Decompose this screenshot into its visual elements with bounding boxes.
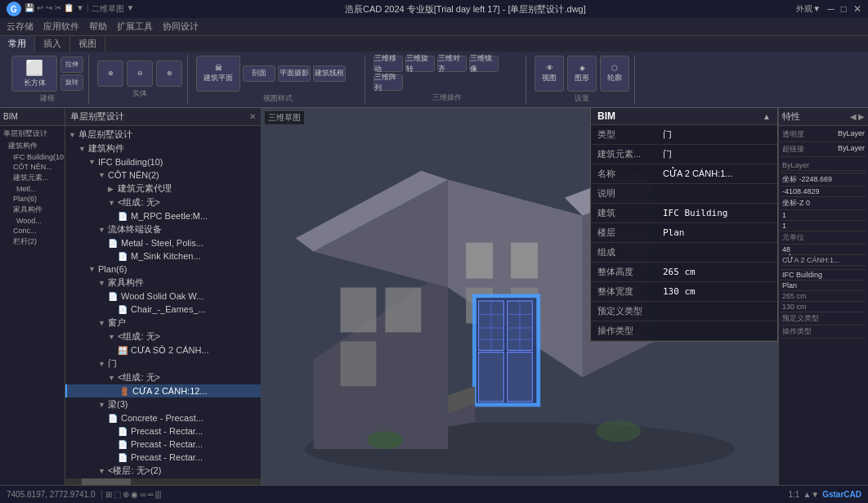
close-btn[interactable]: ✕ (853, 3, 861, 15)
expand-icon[interactable]: ▼ (69, 131, 78, 139)
list-item[interactable]: 家具构件 (2, 204, 63, 216)
tree-item-fluid[interactable]: ▼ 流体终端设备 (65, 222, 261, 236)
tab-view[interactable]: 视图 (70, 36, 105, 52)
properties-btn2[interactable]: ▶ (858, 112, 865, 121)
panel-close-btn[interactable]: ✕ (249, 112, 256, 121)
expand-icon[interactable]: ▼ (108, 374, 118, 382)
outer-view-btn[interactable]: 外观▼ (796, 3, 821, 15)
list-item[interactable]: 栏杆(2) (2, 236, 63, 248)
tab-insert[interactable]: 插入 (35, 36, 70, 52)
expand-icon[interactable]: ▼ (98, 319, 108, 327)
app-logo: G (7, 2, 21, 16)
tree-item-compose-none3[interactable]: ▼ <组成: 无> (65, 371, 261, 384)
expand-icon[interactable]: ▼ (88, 265, 98, 273)
list-item[interactable]: Wood... (2, 216, 63, 226)
tree-item-beam3[interactable]: ▼ 梁(3) (65, 397, 261, 411)
ribbon-btn-view[interactable]: 👁视图 (535, 56, 564, 92)
tree-item-cua-2-canh[interactable]: 🚪 CỬA 2 CÁNH:12... (65, 384, 261, 397)
tree-item-precast1[interactable]: 📄 Precast - Rectar... (65, 424, 261, 438)
tree-item-compose-none2[interactable]: ▼ <组成: 无> (65, 330, 261, 344)
tree-item-chair-eames1[interactable]: 📄 Chair_-_Eames_... (65, 303, 261, 316)
expand-icon[interactable]: ▼ (98, 279, 108, 287)
tree-item-precast[interactable]: 📄 Concrete - Precast... (65, 411, 261, 424)
list-item[interactable]: IFC Building(10 (2, 152, 63, 162)
ribbon-btn-revolve[interactable]: 旋转 (60, 74, 83, 91)
tree-item-compose-none1[interactable]: ▼ <组成: 无> (65, 195, 261, 209)
ribbon-btn-plan-photo[interactable]: 平面摄影 (278, 65, 311, 82)
tree-item-floor-none[interactable]: ▼ <楼层: 无>(2) (65, 464, 261, 478)
ribbon-btn-diff[interactable]: ⊖ (127, 61, 153, 87)
tree-item-precast3[interactable]: 📄 Precast - Rectar... (65, 451, 261, 464)
expand-icon[interactable]: ▼ (98, 171, 108, 179)
expand-icon[interactable]: ▼ (98, 360, 108, 368)
tree-item-plan6[interactable]: ▼ Plan(6) (65, 263, 261, 276)
tree-item-door[interactable]: ▼ 门 (65, 357, 261, 371)
list-item[interactable]: CÔT NÊN... (2, 162, 63, 172)
status-icon-model[interactable]: ||| (155, 490, 162, 499)
status-icon-polar[interactable]: ⊕ (123, 490, 129, 499)
cloud-storage-btn[interactable]: 云存储 (7, 20, 34, 33)
expand-icon[interactable]: ▼ (108, 199, 118, 207)
tree-item-building-parts[interactable]: ▼ 建筑构件 (65, 141, 261, 155)
expand-icon[interactable]: ▼ (98, 226, 108, 234)
tree-item-metal-steel[interactable]: 📄 Metal - Steel, Polis... (65, 236, 261, 249)
ribbon-btn-intersect[interactable]: ⊗ (156, 61, 182, 87)
maximize-btn[interactable]: □ (841, 3, 847, 15)
expand-icon[interactable]: ▼ (98, 401, 108, 409)
expand-icon[interactable]: ▶ (108, 185, 118, 193)
bim-value-arch-elem: 门 (656, 145, 777, 164)
tree-item-window[interactable]: ▼ 窗户 (65, 316, 261, 330)
ext-tools-btn[interactable]: 扩展工具 (117, 20, 153, 33)
ribbon-btn-3d-move[interactable]: 三维移动 (374, 56, 403, 72)
list-item[interactable]: 建筑元素... (2, 172, 63, 184)
minimize-btn[interactable]: ─ (827, 3, 834, 15)
status-icon-lwt[interactable]: ═ (148, 490, 154, 499)
status-icon-osnap[interactable]: ◉ (131, 490, 138, 499)
bim-label-op-type: 操作类型 (591, 321, 656, 341)
bim-panel-collapse-btn[interactable]: ▲ (763, 112, 771, 121)
tree-item-precast2[interactable]: 📄 Precast - Rectar... (65, 438, 261, 451)
tree-item-ifc[interactable]: ▼ IFC Building(10) (65, 155, 261, 168)
ribbon-btn-3d-mirror[interactable]: 三维镜像 (469, 56, 499, 72)
expand-icon[interactable]: ▼ (98, 467, 108, 475)
list-item[interactable]: 建筑构件 (2, 140, 63, 152)
expand-icon[interactable]: ▼ (88, 158, 98, 166)
collab-btn[interactable]: 协同设计 (163, 20, 199, 33)
ribbon-btn-arch-line[interactable]: 建筑线框 (313, 65, 346, 82)
viewport[interactable]: 三维草图 BIM ▲ 类型 门 建筑元素... 门 名称 CỬA 2 CÁNH:… (262, 108, 778, 485)
ribbon-btn-3d-array[interactable]: 三维阵列 (374, 74, 403, 91)
status-nav-arrows[interactable]: ▲▼ (803, 490, 819, 499)
tree-item-furniture[interactable]: ▼ 家具构件 (65, 276, 261, 290)
list-item[interactable]: Conc... (2, 226, 63, 236)
ribbon-btn-union[interactable]: ⊕ (97, 61, 123, 87)
status-icon-otrack[interactable]: ∞ (140, 490, 145, 499)
help-btn[interactable]: 帮助 (89, 20, 107, 33)
tree-scrollbar[interactable] (65, 478, 261, 485)
tree-item-sink[interactable]: 📄 M_Sink Kitchen... (65, 249, 261, 263)
expand-icon[interactable]: ▼ (108, 333, 118, 341)
ribbon-btn-3d-rotate[interactable]: 三维旋转 (405, 56, 435, 72)
tree-item-wood-solid[interactable]: 📄 Wood Solid Oak W... (65, 290, 261, 303)
status-icon-grid[interactable]: ⬚ (114, 490, 121, 499)
app-software-btn[interactable]: 应用软件 (43, 20, 79, 33)
tree-item-cot-nen[interactable]: ▼ CÔT NÊN(2) (65, 168, 261, 182)
properties-btn1[interactable]: ◀ (850, 112, 857, 121)
tree-item-root[interactable]: ▼ 单层别墅设计 (65, 128, 261, 141)
ribbon-btn-arch-plan[interactable]: 🏛建筑平面 (196, 56, 240, 92)
ribbon-btn-outline[interactable]: ⬡轮廓 (600, 56, 629, 92)
expand-icon[interactable]: ▼ (78, 145, 88, 153)
status-icon-snap[interactable]: ⊞ (105, 490, 112, 499)
ribbon-btn-3d-align[interactable]: 三维对齐 (437, 56, 467, 72)
ribbon-btn-pull[interactable]: 拉伸 (60, 56, 83, 73)
tree-item-rpc-beetle[interactable]: 📄 M_RPC Beetle:M... (65, 209, 261, 222)
quick-access-bar: 💾 ↩ ↪ ✂ 📋 ▼ | 二维草图 ▼ (25, 3, 134, 15)
list-item[interactable]: 单层别墅设计 (2, 128, 63, 140)
tree-item-cua-so[interactable]: 🪟 CỬA SỐ 2 CÁNH... (65, 344, 261, 357)
ribbon-btn-shape[interactable]: ◈图形 (567, 56, 597, 92)
tree-item-arch-proxy[interactable]: ▶ 建筑元素代理 (65, 182, 261, 195)
ribbon-btn-section[interactable]: 剖面 (243, 65, 275, 82)
list-item[interactable]: Plan(6) (2, 194, 63, 204)
ribbon-btn-box[interactable]: ⬜ 长方体 (11, 56, 57, 92)
list-item[interactable]: Metl... (2, 184, 63, 194)
tab-common[interactable]: 常用 (0, 36, 35, 52)
